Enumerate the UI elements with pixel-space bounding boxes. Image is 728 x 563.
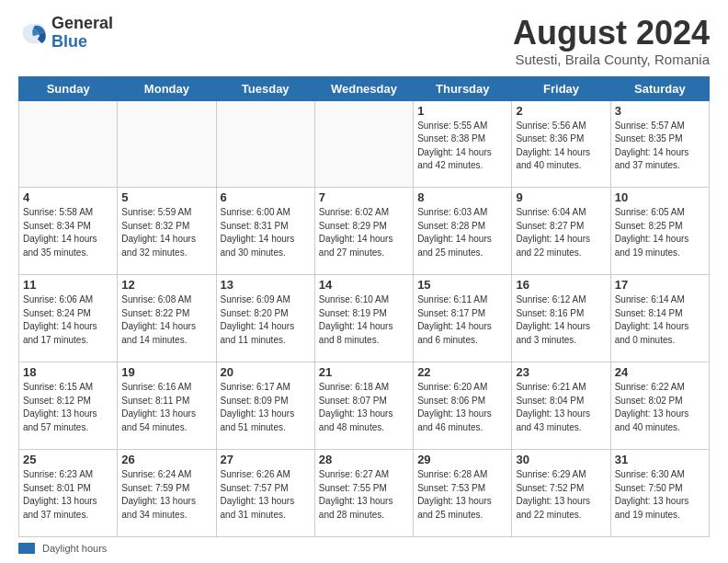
day-number: 7 — [319, 190, 409, 204]
logo-blue: Blue — [51, 33, 113, 52]
calendar-cell: 21Sunrise: 6:18 AM Sunset: 8:07 PM Dayli… — [314, 362, 413, 450]
calendar-cell: 27Sunrise: 6:26 AM Sunset: 7:57 PM Dayli… — [216, 450, 314, 537]
calendar-cell: 23Sunrise: 6:21 AM Sunset: 8:04 PM Dayli… — [512, 362, 610, 450]
day-info: Sunrise: 6:21 AM Sunset: 8:04 PM Dayligh… — [516, 381, 606, 434]
day-info: Sunrise: 6:05 AM Sunset: 8:25 PM Dayligh… — [615, 206, 705, 259]
day-info: Sunrise: 6:09 AM Sunset: 8:20 PM Dayligh… — [221, 293, 311, 347]
calendar-week-5: 25Sunrise: 6:23 AM Sunset: 8:01 PM Dayli… — [19, 450, 710, 537]
day-info: Sunrise: 6:11 AM Sunset: 8:17 PM Dayligh… — [417, 293, 507, 347]
day-info: Sunrise: 6:28 AM Sunset: 7:53 PM Dayligh… — [417, 468, 507, 522]
day-number: 27 — [221, 453, 311, 466]
calendar-week-3: 11Sunrise: 6:06 AM Sunset: 8:24 PM Dayli… — [19, 275, 710, 362]
calendar-cell: 7Sunrise: 6:02 AM Sunset: 8:29 PM Daylig… — [314, 188, 413, 275]
logo-icon — [18, 18, 48, 48]
calendar-cell: 22Sunrise: 6:20 AM Sunset: 8:06 PM Dayli… — [414, 362, 512, 450]
day-number: 20 — [221, 365, 311, 379]
day-number: 10 — [615, 190, 705, 204]
calendar-cell: 18Sunrise: 6:15 AM Sunset: 8:12 PM Dayli… — [19, 362, 118, 450]
calendar-table: SundayMondayTuesdayWednesdayThursdayFrid… — [18, 76, 710, 537]
day-info: Sunrise: 6:04 AM Sunset: 8:27 PM Dayligh… — [516, 206, 606, 259]
day-info: Sunrise: 6:23 AM Sunset: 8:01 PM Dayligh… — [23, 468, 113, 522]
day-info: Sunrise: 6:15 AM Sunset: 8:12 PM Dayligh… — [23, 381, 113, 434]
calendar-cell — [118, 100, 216, 188]
calendar-header-wednesday: Wednesday — [314, 76, 413, 100]
calendar-cell: 14Sunrise: 6:10 AM Sunset: 8:19 PM Dayli… — [314, 275, 413, 362]
calendar-header-saturday: Saturday — [610, 76, 709, 100]
calendar-cell — [216, 100, 314, 188]
subtitle: Sutesti, Braila County, Romania — [513, 52, 710, 67]
day-number: 12 — [121, 278, 211, 292]
day-number: 11 — [23, 278, 113, 292]
calendar-header-monday: Monday — [118, 76, 216, 100]
day-number: 31 — [615, 453, 705, 466]
day-number: 9 — [516, 190, 606, 204]
day-number: 18 — [23, 365, 113, 379]
day-info: Sunrise: 6:22 AM Sunset: 8:02 PM Dayligh… — [615, 381, 705, 434]
day-number: 13 — [221, 278, 311, 292]
calendar-cell: 19Sunrise: 6:16 AM Sunset: 8:11 PM Dayli… — [118, 362, 216, 450]
calendar-cell: 30Sunrise: 6:29 AM Sunset: 7:52 PM Dayli… — [512, 450, 610, 537]
calendar-cell: 8Sunrise: 6:03 AM Sunset: 8:28 PM Daylig… — [414, 188, 512, 275]
day-info: Sunrise: 6:20 AM Sunset: 8:06 PM Dayligh… — [417, 381, 507, 434]
day-number: 19 — [121, 365, 211, 379]
day-number: 2 — [516, 104, 606, 118]
day-info: Sunrise: 6:30 AM Sunset: 7:50 PM Dayligh… — [615, 468, 705, 522]
calendar-cell: 11Sunrise: 6:06 AM Sunset: 8:24 PM Dayli… — [19, 275, 118, 362]
title-block: August 2024 Sutesti, Braila County, Roma… — [513, 15, 710, 67]
day-number: 23 — [516, 365, 606, 379]
day-number: 14 — [319, 278, 409, 292]
day-info: Sunrise: 5:59 AM Sunset: 8:32 PM Dayligh… — [121, 206, 211, 259]
calendar-cell: 20Sunrise: 6:17 AM Sunset: 8:09 PM Dayli… — [216, 362, 314, 450]
calendar-header-row: SundayMondayTuesdayWednesdayThursdayFrid… — [19, 76, 710, 100]
day-number: 26 — [121, 453, 211, 466]
day-number: 4 — [23, 190, 113, 204]
calendar-cell: 1Sunrise: 5:55 AM Sunset: 8:38 PM Daylig… — [414, 100, 512, 188]
day-info: Sunrise: 5:58 AM Sunset: 8:34 PM Dayligh… — [23, 206, 113, 259]
footer: Daylight hours — [18, 543, 710, 554]
calendar-cell: 24Sunrise: 6:22 AM Sunset: 8:02 PM Dayli… — [610, 362, 709, 450]
day-number: 8 — [417, 190, 507, 204]
day-number: 25 — [23, 453, 113, 466]
day-number: 17 — [615, 278, 705, 292]
day-number: 16 — [516, 278, 606, 292]
logo-text: General Blue — [51, 15, 113, 52]
calendar-header-friday: Friday — [512, 76, 610, 100]
calendar-cell: 4Sunrise: 5:58 AM Sunset: 8:34 PM Daylig… — [19, 188, 118, 275]
calendar-cell: 25Sunrise: 6:23 AM Sunset: 8:01 PM Dayli… — [19, 450, 118, 537]
page: General Blue August 2024 Sutesti, Braila… — [0, 0, 728, 563]
calendar-cell: 29Sunrise: 6:28 AM Sunset: 7:53 PM Dayli… — [414, 450, 512, 537]
calendar-cell: 5Sunrise: 5:59 AM Sunset: 8:32 PM Daylig… — [118, 188, 216, 275]
day-info: Sunrise: 6:12 AM Sunset: 8:16 PM Dayligh… — [516, 293, 606, 347]
day-info: Sunrise: 5:57 AM Sunset: 8:35 PM Dayligh… — [615, 120, 705, 173]
daylight-legend-label: Daylight hours — [42, 543, 107, 554]
logo-general: General — [51, 15, 113, 33]
calendar-cell: 10Sunrise: 6:05 AM Sunset: 8:25 PM Dayli… — [610, 188, 709, 275]
day-number: 1 — [417, 104, 507, 118]
day-info: Sunrise: 6:29 AM Sunset: 7:52 PM Dayligh… — [516, 468, 606, 522]
calendar-header-thursday: Thursday — [414, 76, 512, 100]
calendar-week-4: 18Sunrise: 6:15 AM Sunset: 8:12 PM Dayli… — [19, 362, 710, 450]
calendar-cell: 13Sunrise: 6:09 AM Sunset: 8:20 PM Dayli… — [216, 275, 314, 362]
calendar-header-sunday: Sunday — [19, 76, 118, 100]
header: General Blue August 2024 Sutesti, Braila… — [18, 15, 710, 67]
day-info: Sunrise: 6:18 AM Sunset: 8:07 PM Dayligh… — [319, 381, 409, 434]
calendar-cell: 12Sunrise: 6:08 AM Sunset: 8:22 PM Dayli… — [118, 275, 216, 362]
main-title: August 2024 — [513, 15, 710, 52]
day-info: Sunrise: 6:10 AM Sunset: 8:19 PM Dayligh… — [319, 293, 409, 347]
day-number: 29 — [417, 453, 507, 466]
calendar-cell — [314, 100, 413, 188]
daylight-legend-box — [18, 543, 35, 554]
day-number: 30 — [516, 453, 606, 466]
day-info: Sunrise: 5:55 AM Sunset: 8:38 PM Dayligh… — [417, 120, 507, 173]
day-number: 22 — [417, 365, 507, 379]
day-info: Sunrise: 6:17 AM Sunset: 8:09 PM Dayligh… — [221, 381, 311, 434]
calendar-cell: 28Sunrise: 6:27 AM Sunset: 7:55 PM Dayli… — [314, 450, 413, 537]
calendar-cell: 17Sunrise: 6:14 AM Sunset: 8:14 PM Dayli… — [610, 275, 709, 362]
day-info: Sunrise: 6:08 AM Sunset: 8:22 PM Dayligh… — [121, 293, 211, 347]
day-number: 28 — [319, 453, 409, 466]
calendar-cell: 26Sunrise: 6:24 AM Sunset: 7:59 PM Dayli… — [118, 450, 216, 537]
day-info: Sunrise: 6:06 AM Sunset: 8:24 PM Dayligh… — [23, 293, 113, 347]
calendar-week-2: 4Sunrise: 5:58 AM Sunset: 8:34 PM Daylig… — [19, 188, 710, 275]
calendar-header-tuesday: Tuesday — [216, 76, 314, 100]
day-info: Sunrise: 6:14 AM Sunset: 8:14 PM Dayligh… — [615, 293, 705, 347]
